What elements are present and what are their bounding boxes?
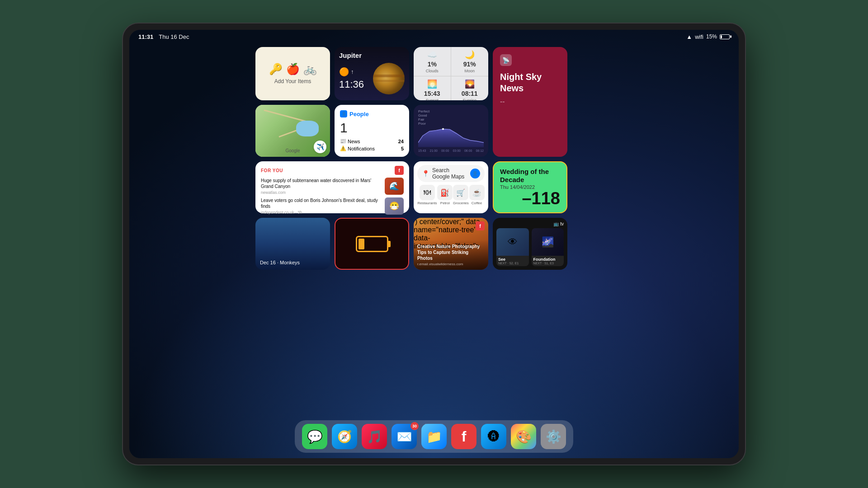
music-photo-info: Dec 16 · Monkeys <box>260 260 300 265</box>
weather-sunset: 🌅 15:43 Sunset <box>414 76 451 100</box>
see-subtitle: NEXT · S2, E1 <box>498 262 527 265</box>
news-item-1: Huge supply of subterranean water discov… <box>261 178 404 195</box>
people-icon-glyph: 👤 <box>341 112 346 116</box>
flipboard-icon: f <box>395 166 404 175</box>
foundation-thumb-icon: 🌌 <box>542 236 554 248</box>
see-thumbnail: 👁 <box>496 228 529 256</box>
people-news-label: News <box>348 139 360 144</box>
appstore-icon: 🅐 <box>488 430 500 444</box>
flipboard-app-icon: f <box>462 428 467 445</box>
jupiter-arrow: ↑ <box>351 68 354 75</box>
mail-badge: 30 <box>410 422 419 430</box>
status-date: Thu 16 Dec <box>159 33 189 40</box>
dock-app-colors[interactable]: 🎨 <box>511 424 536 449</box>
widget-night-sky[interactable]: 📡 Night Sky News -- <box>493 47 567 157</box>
apple-tv-show-see[interactable]: 👁 See NEXT · S2, E1 <box>496 228 529 266</box>
restaurants-label: Restaurants <box>417 201 437 205</box>
status-time: 11:31 <box>138 33 153 40</box>
weather-moon: 🌙 91% Moon <box>451 47 489 76</box>
add-items-icons: 🔑 🍎 🚲 <box>269 63 317 75</box>
jupiter-sun-icon: 🟠 <box>339 67 349 77</box>
ipad-screen: 11:31 Thu 16 Dec ▲ wifi 15% 🔑 🍎 🚲 <box>129 30 739 458</box>
sleep-time-2: 00:00 <box>441 149 449 152</box>
foundation-info: Foundation NEXT · S1, E3 <box>532 256 564 266</box>
see-info: See NEXT · S2, E1 <box>496 256 529 266</box>
people-title: People <box>349 111 369 117</box>
dock-app-messages[interactable]: 💬 <box>302 424 327 449</box>
maps-search-bar[interactable]: 📍 Search Google Maps 👤 <box>417 165 485 182</box>
night-sky-title: Night Sky News <box>500 71 560 94</box>
coffee-label: Coffee <box>472 201 482 205</box>
battery-terminal <box>388 241 391 247</box>
coffee-icon: ☕ <box>469 185 485 200</box>
moon-icon: 🌙 <box>465 50 475 60</box>
see-title: See <box>498 257 527 262</box>
dock: 💬 🧭 🎵 ✉️ 30 📁 f 🅐 🎨 <box>295 420 573 453</box>
music-photo-date: Dec 16 · Monkeys <box>260 260 300 265</box>
weather-sunrise: 🌄 08:11 Sunrise <box>451 76 489 100</box>
widget-nature[interactable]: ') center/cover;" data-name="nature-tree… <box>414 218 488 270</box>
widget-apple-tv[interactable]: 📺 tv 👁 See NEXT · S2, E1 � <box>493 218 567 270</box>
widget-people[interactable]: 👤 People 1 📰 News 24 ⚠️ <box>335 105 409 157</box>
sunset-label: Sunset <box>426 98 439 100</box>
widget-battery[interactable] <box>335 218 409 270</box>
weather-clouds: ☁️ 1% Clouds <box>414 47 451 76</box>
apple-tv-show-foundation[interactable]: 🌌 Foundation NEXT · S1, E3 <box>532 228 564 266</box>
jupiter-name: Jupiter <box>339 52 362 59</box>
status-icons: ▲ wifi 15% <box>686 33 730 40</box>
people-notif-count: 5 <box>401 146 404 151</box>
nature-overlay: Creative Nature Photography Tips to Capt… <box>414 240 488 270</box>
foundation-title: Foundation <box>533 257 562 262</box>
nature-flipboard-icon: f <box>476 221 485 230</box>
maps-user-avatar[interactable]: 👤 <box>470 169 480 178</box>
dock-app-music[interactable]: 🎵 <box>362 424 387 449</box>
dock-app-appstore[interactable]: 🅐 <box>481 424 506 449</box>
sunset-value: 15:43 <box>424 90 440 97</box>
maps-pin-icon: 📍 <box>422 170 429 177</box>
battery-widget-body <box>356 236 388 252</box>
widget-maps-small[interactable]: Google ✈️ <box>255 105 330 157</box>
widget-google-maps[interactable]: 📍 Search Google Maps 👤 🍽 Restaurants ⛽ P… <box>414 161 488 213</box>
maps-location-button[interactable]: ✈️ <box>314 141 326 153</box>
sleep-chart <box>418 127 484 147</box>
apple-icon: 🍎 <box>286 63 300 75</box>
moon-label: Moon <box>464 69 475 73</box>
news-item-2: Leave voters go cold on Boris Johnson's … <box>261 197 404 215</box>
sleep-time-5: 08:12 <box>476 149 484 152</box>
sleep-time-3: 03:00 <box>453 149 461 152</box>
sleep-time-0: 15:43 <box>418 149 426 152</box>
add-items-label: Add Your Items <box>274 78 311 84</box>
foundation-thumbnail: 🌌 <box>532 228 564 256</box>
maps-shortcut-restaurants[interactable]: 🍽 Restaurants <box>417 185 437 205</box>
night-sky-subtitle: -- <box>500 98 560 106</box>
maps-shortcut-coffee[interactable]: ☕ Coffee <box>469 185 485 205</box>
people-news-count: 24 <box>398 139 404 144</box>
widget-weather-stats[interactable]: ☁️ 1% Clouds 🌙 91% Moon 🌅 15:43 Sunset 🌄… <box>414 47 488 100</box>
widget-music-photo[interactable]: Dec 16 · Monkeys <box>255 218 330 270</box>
people-count: 1 <box>340 120 404 136</box>
maps-shortcut-groceries[interactable]: 🛒 Groceries <box>453 185 469 205</box>
petrol-icon: ⛽ <box>437 185 453 200</box>
restaurants-icon: 🍽 <box>420 185 435 200</box>
nature-title: Creative Nature Photography Tips to Capt… <box>417 244 485 261</box>
maps-shortcut-petrol[interactable]: ⛽ Petrol <box>437 185 453 205</box>
dock-app-files[interactable]: 📁 <box>421 424 447 449</box>
bike-icon: 🚲 <box>303 63 317 75</box>
dock-app-safari[interactable]: 🧭 <box>332 424 357 449</box>
maps-shortcuts: 🍽 Restaurants ⛽ Petrol 🛒 Groceries ☕ Cof… <box>417 185 485 205</box>
dock-app-flipboard[interactable]: f <box>451 424 476 449</box>
widget-add-items[interactable]: 🔑 🍎 🚲 Add Your Items <box>255 47 330 100</box>
dock-app-mail[interactable]: ✉️ 30 <box>392 424 417 449</box>
dock-app-screenshotsettings[interactable]: ⚙️ <box>541 424 566 449</box>
people-stats: 📰 News 24 ⚠️ Notifications 5 <box>340 138 404 151</box>
battery-level <box>359 239 364 249</box>
ipad-frame: 11:31 Thu 16 Dec ▲ wifi 15% 🔑 🍎 🚲 <box>122 23 746 465</box>
widget-countdown[interactable]: Wedding of the Decade Thu 14/04/2022 –11… <box>493 161 567 213</box>
widget-jupiter[interactable]: Jupiter 🟠 ↑ 11:36 <box>335 47 409 100</box>
safari-icon: 🧭 <box>337 430 352 444</box>
news-source-2: independent.co.uk · 3h <box>261 210 381 215</box>
widget-news[interactable]: FOR YOU f Huge supply of subterranean wa… <box>255 161 409 213</box>
moon-value: 91% <box>463 61 476 68</box>
apple-tv-shows: 👁 See NEXT · S2, E1 🌌 Foundation <box>496 228 564 266</box>
notif-indicator: ⚠️ <box>340 145 346 151</box>
